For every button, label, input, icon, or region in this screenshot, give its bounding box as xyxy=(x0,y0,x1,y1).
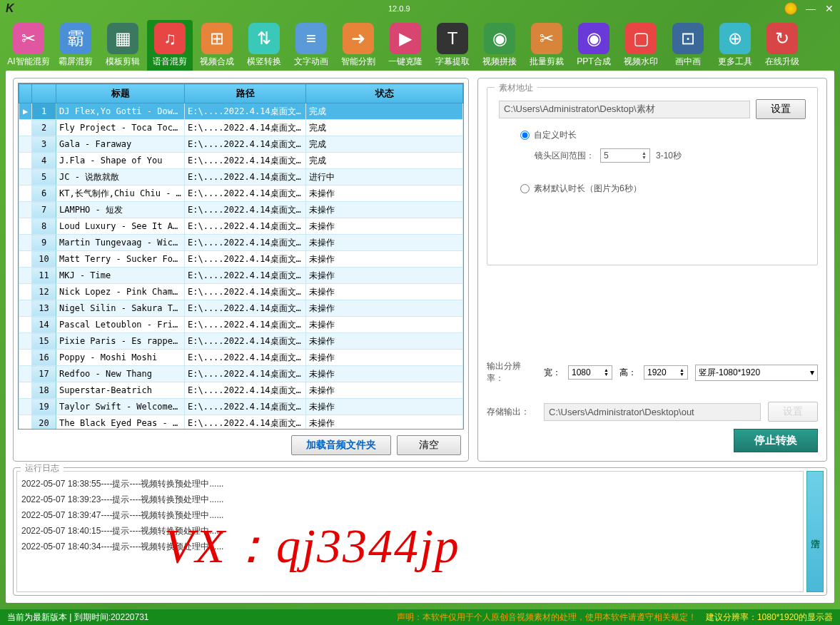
tool-10[interactable]: ◉视频拼接 xyxy=(477,20,522,71)
table-row[interactable]: 3Gala - FarawayE:\....2022.4.14桌面文...完成 xyxy=(19,136,463,153)
log-title: 运行日志 xyxy=(21,462,64,474)
tool-12[interactable]: ◉PPT合成 xyxy=(571,20,617,71)
tool-label-12: PPT合成 xyxy=(577,56,610,68)
tool-icon-0: ✂ xyxy=(13,23,44,54)
tool-icon-2: ▦ xyxy=(107,23,138,54)
radio-custom-duration[interactable] xyxy=(520,131,530,140)
table-row[interactable]: 4J.Fla - Shape of YouE:\....2022.4.14桌面文… xyxy=(19,153,463,169)
tool-label-9: 字幕提取 xyxy=(435,56,470,68)
tool-icon-8: ▶ xyxy=(390,23,421,54)
table-row[interactable]: 15Pixie Paris - Es rappelt...E:\....2022… xyxy=(19,333,463,350)
tool-7[interactable]: ➜智能分割 xyxy=(335,20,381,71)
tool-icon-9: T xyxy=(437,23,468,54)
material-title: 素材地址 xyxy=(495,82,537,94)
table-row[interactable]: 12Nick Lopez - Pink ChampagneE:\....2022… xyxy=(19,284,463,300)
clear-list-button[interactable]: 清空 xyxy=(397,435,461,455)
tool-icon-11: ✂ xyxy=(531,23,562,54)
table-row[interactable]: 5JC - 说散就散E:\....2022.4.14桌面文...进行中 xyxy=(19,169,463,186)
table-row[interactable]: 8Loud Luxury - See It AgainE:\....2022.4… xyxy=(19,218,463,235)
table-row[interactable]: 11MKJ - TimeE:\....2022.4.14桌面文...未操作 xyxy=(19,268,463,284)
medal-icon xyxy=(784,2,797,15)
tool-3[interactable]: ♫语音混剪 xyxy=(147,20,193,71)
table-row[interactable]: 6KT,长气制作,Chiu Chiu - ...E:\....2022.4.14… xyxy=(19,186,463,202)
table-row[interactable]: 16Poppy - Moshi MoshiE:\....2022.4.14桌面文… xyxy=(19,350,463,366)
tool-label-8: 一键克隆 xyxy=(388,56,422,68)
tool-label-13: 视频水印 xyxy=(624,56,658,68)
tool-label-15: 更多工具 xyxy=(718,56,752,68)
tool-15[interactable]: ⊕更多工具 xyxy=(712,20,758,71)
radio-default-label: 素材默认时长（图片为6秒） xyxy=(534,183,642,195)
tool-label-6: 文字动画 xyxy=(294,56,328,68)
tool-16[interactable]: ↻在线升级 xyxy=(759,20,805,71)
tool-14[interactable]: ⊡画中画 xyxy=(665,20,711,71)
table-row[interactable]: 17Redfoo - New ThangE:\....2022.4.14桌面文.… xyxy=(19,366,463,382)
main-area: 标题 路径 状态 ▶1DJ Flex,Yo Gotti - Down ...E:… xyxy=(6,71,834,603)
height-spinner[interactable]: 1920▲▼ xyxy=(644,365,688,380)
status-disclaimer: 声明：本软件仅用于个人原创音视频素材的处理，使用本软件请遵守相关规定！ xyxy=(397,612,697,622)
minimize-button[interactable]: — xyxy=(806,4,816,14)
tool-4[interactable]: ⊞视频合成 xyxy=(194,20,240,71)
table-row[interactable]: 7LAMPHO - 短发E:\....2022.4.14桌面文...未操作 xyxy=(19,202,463,218)
col-path[interactable]: 路径 xyxy=(185,84,306,103)
tool-8[interactable]: ▶一键克隆 xyxy=(383,20,428,71)
tool-5[interactable]: ⇅横竖转换 xyxy=(241,20,287,71)
table-row[interactable]: 14Pascal Letoublon - Frien...E:\....2022… xyxy=(19,317,463,333)
tool-label-1: 霸屏混剪 xyxy=(59,56,93,68)
table-row[interactable]: 2Fly Project - Toca Toca ...E:\....2022.… xyxy=(19,120,463,136)
app-version: 12.0.9 xyxy=(388,4,410,13)
radio-custom-label: 自定义时长 xyxy=(534,129,577,141)
status-left: 当前为最新版本 | 到期时间:20220731 xyxy=(7,611,149,624)
status-tip: 建议分辨率：1080*1920的显示器 xyxy=(706,612,833,622)
tool-9[interactable]: T字幕提取 xyxy=(430,20,475,71)
log-clear-button[interactable]: 清空 xyxy=(806,471,824,592)
tool-icon-5: ⇅ xyxy=(248,23,280,54)
tool-icon-3: ♫ xyxy=(154,23,186,54)
tool-icon-6: ≡ xyxy=(295,23,327,54)
table-row[interactable]: 13Nigel Silin - Sakura TearsE:\....2022.… xyxy=(19,300,463,317)
table-row[interactable]: 18Superstar-BeatrichE:\....2022.4.14桌面文.… xyxy=(19,382,463,399)
tool-icon-10: ◉ xyxy=(484,23,515,54)
stop-convert-button[interactable]: 停止转换 xyxy=(734,429,818,452)
range-spinner[interactable]: 5 ▲▼ xyxy=(600,148,650,163)
tool-1[interactable]: 霸霸屏混剪 xyxy=(53,20,98,71)
tool-label-7: 智能分割 xyxy=(341,56,375,68)
close-button[interactable]: ✕ xyxy=(824,4,834,14)
tool-icon-7: ➜ xyxy=(343,23,374,54)
col-title[interactable]: 标题 xyxy=(56,84,185,103)
statusbar: 当前为最新版本 | 到期时间:20220731 声明：本软件仅用于个人原创音视频… xyxy=(0,609,840,625)
tool-label-3: 语音混剪 xyxy=(153,56,187,68)
resolution-label: 输出分辨率： xyxy=(487,360,537,385)
table-row[interactable]: 10Matt Terry - Sucker For YouE:\....2022… xyxy=(19,251,463,268)
tool-icon-15: ⊕ xyxy=(719,23,751,54)
storage-path-input[interactable] xyxy=(544,403,761,421)
material-path-input[interactable] xyxy=(499,101,750,118)
col-status[interactable]: 状态 xyxy=(306,84,463,103)
radio-default-duration[interactable] xyxy=(520,184,530,193)
tool-label-10: 视频拼接 xyxy=(482,56,517,68)
tool-label-16: 在线升级 xyxy=(765,56,799,68)
tool-13[interactable]: ▢视频水印 xyxy=(618,20,664,71)
width-spinner[interactable]: 1080▲▼ xyxy=(568,365,612,380)
tool-icon-13: ▢ xyxy=(625,23,657,54)
table-row[interactable]: 19Taylor Swift - Welcome T...E:\....2022… xyxy=(19,399,463,415)
log-panel: 运行日志 2022-05-07 18:38:55----提示----视频转换预处… xyxy=(13,467,827,596)
table-row[interactable]: 9Martin Tungevaag - Wicke...E:\....2022.… xyxy=(19,235,463,251)
tool-icon-16: ↻ xyxy=(766,23,798,54)
tool-0[interactable]: ✂AI智能混剪 xyxy=(6,20,51,71)
storage-set-button[interactable]: 设置 xyxy=(768,402,818,422)
range-suffix: 3-10秒 xyxy=(656,150,682,162)
tool-icon-12: ◉ xyxy=(578,23,609,54)
tool-11[interactable]: ✂批量剪裁 xyxy=(524,20,570,71)
material-set-button[interactable]: 设置 xyxy=(756,99,806,119)
tool-6[interactable]: ≡文字动画 xyxy=(288,20,334,71)
tool-label-11: 批量剪裁 xyxy=(530,56,564,68)
height-label: 高： xyxy=(619,367,637,379)
table-row[interactable]: ▶1DJ Flex,Yo Gotti - Down ...E:\....2022… xyxy=(19,103,463,120)
table-row[interactable]: 20The Black Eyed Peas - Bo...E:\....2022… xyxy=(19,415,463,430)
file-table: 标题 路径 状态 ▶1DJ Flex,Yo Gotti - Down ...E:… xyxy=(19,83,463,430)
tool-label-5: 横竖转换 xyxy=(247,56,281,68)
tool-2[interactable]: ▦模板剪辑 xyxy=(100,20,146,71)
preset-select[interactable]: 竖屏-1080*1920▾ xyxy=(695,365,818,381)
load-audio-button[interactable]: 加载音频文件夹 xyxy=(291,435,391,455)
tool-label-4: 视频合成 xyxy=(200,56,234,68)
